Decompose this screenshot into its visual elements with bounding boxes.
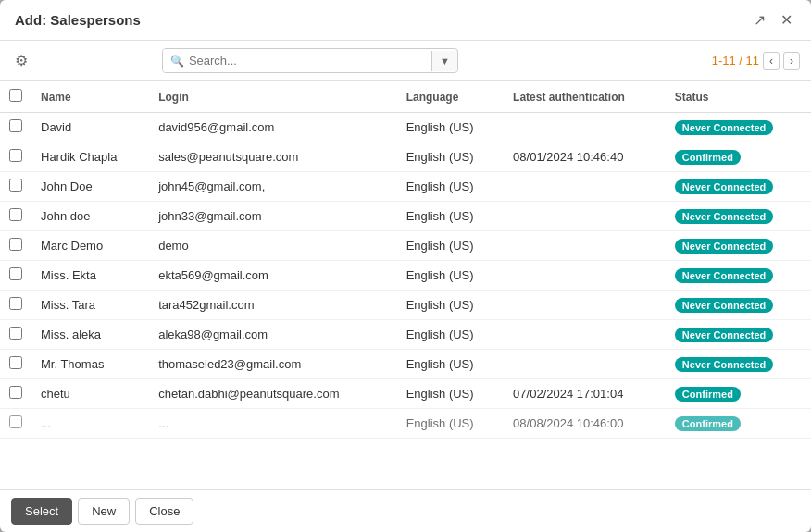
modal-footer: Select New Close: [0, 489, 811, 532]
pagination: 1-11 / 11 ‹ ›: [712, 52, 800, 70]
table-row: John doe john33@gmail.com English (US) N…: [0, 202, 811, 231]
row-latest-auth: [504, 320, 666, 350]
row-latest-auth: [504, 172, 666, 202]
close-footer-button[interactable]: Close: [135, 498, 193, 525]
row-checkbox[interactable]: [9, 386, 22, 399]
row-checkbox[interactable]: [9, 208, 22, 221]
row-status: Never Connected: [666, 172, 811, 202]
row-login: tara452gmail.com: [149, 291, 396, 320]
row-latest-auth: [504, 231, 666, 261]
row-login: aleka98@gmail.com: [149, 320, 396, 350]
row-latest-auth: [504, 350, 666, 379]
row-language: English (US): [397, 261, 504, 291]
row-checkbox[interactable]: [9, 415, 22, 428]
row-login: david956@gmail.com: [149, 113, 396, 142]
header-language: Language: [397, 81, 504, 113]
pagination-info: 1-11 / 11: [712, 54, 759, 68]
pagination-prev-button[interactable]: ‹: [763, 52, 780, 70]
row-status: Never Connected: [666, 261, 811, 291]
header-latest-auth: Latest authentication: [504, 81, 666, 113]
table-row: Miss. Ekta ekta569@gmail.com English (US…: [0, 261, 811, 291]
row-status: Never Connected: [666, 291, 811, 320]
row-name: chetu: [31, 379, 149, 409]
header-checkbox-cell: [0, 81, 31, 113]
row-checkbox[interactable]: [9, 327, 22, 340]
row-latest-auth: [504, 291, 666, 320]
status-badge: Never Connected: [675, 239, 773, 254]
row-checkbox[interactable]: [9, 179, 22, 192]
table-row: Miss. Tara tara452gmail.com English (US)…: [0, 291, 811, 320]
row-checkbox-cell: [0, 409, 31, 439]
row-checkbox[interactable]: [9, 119, 22, 132]
row-checkbox-cell: [0, 261, 31, 291]
row-name: Miss. aleka: [31, 320, 149, 350]
row-checkbox-cell: [0, 202, 31, 231]
table-row: chetu chetan.dabhi@peanutsquare.com Engl…: [0, 379, 811, 409]
row-name: David: [31, 113, 149, 142]
close-button[interactable]: ✕: [777, 9, 796, 31]
row-language: English (US): [397, 409, 504, 439]
row-name: ...: [31, 409, 149, 439]
table-row: David david956@gmail.com English (US) Ne…: [0, 113, 811, 142]
search-dropdown-button[interactable]: ▼: [431, 51, 457, 71]
chevron-down-icon: ▼: [440, 56, 450, 67]
row-checkbox[interactable]: [9, 149, 22, 162]
row-checkbox-cell: [0, 320, 31, 350]
new-button[interactable]: New: [78, 498, 130, 525]
row-checkbox[interactable]: [9, 238, 22, 251]
row-language: English (US): [397, 142, 504, 172]
row-latest-auth: 08/01/2024 10:46:40: [504, 142, 666, 172]
search-icon: 🔍: [170, 55, 184, 68]
row-language: English (US): [397, 379, 504, 409]
status-badge: Never Connected: [675, 268, 773, 283]
table-row: Mr. Thomas thomaseled23@gmail.com Englis…: [0, 350, 811, 379]
row-name: Marc Demo: [31, 231, 149, 261]
table-header-row: Name Login Language Latest authenticatio…: [0, 81, 811, 113]
table-row: Marc Demo demo English (US) Never Connec…: [0, 231, 811, 261]
row-checkbox-cell: [0, 142, 31, 172]
row-checkbox[interactable]: [9, 297, 22, 310]
table-row: Miss. aleka aleka98@gmail.com English (U…: [0, 320, 811, 350]
search-container: 🔍 ▼: [162, 48, 458, 73]
row-latest-auth: [504, 261, 666, 291]
row-status: Never Connected: [666, 350, 811, 379]
select-all-checkbox[interactable]: [9, 89, 22, 102]
row-login: john45@gmail.com,: [149, 172, 396, 202]
row-status: Confirmed: [666, 409, 811, 439]
status-badge: Confirmed: [675, 387, 741, 402]
row-status: Never Connected: [666, 231, 811, 261]
row-language: English (US): [397, 172, 504, 202]
expand-button[interactable]: ↗: [750, 9, 769, 31]
table-row: Hardik Chapla sales@peanutsquare.com Eng…: [0, 142, 811, 172]
select-button[interactable]: Select: [11, 498, 72, 525]
row-checkbox[interactable]: [9, 267, 22, 280]
status-badge: Never Connected: [675, 120, 773, 135]
row-status: Never Connected: [666, 320, 811, 350]
toolbar: ⚙ 🔍 ▼ 1-11 / 11 ‹ ›: [0, 41, 811, 81]
row-login: ekta569@gmail.com: [149, 261, 396, 291]
row-login: chetan.dabhi@peanutsquare.com: [149, 379, 396, 409]
row-latest-auth: [504, 113, 666, 142]
row-checkbox-cell: [0, 291, 31, 320]
row-checkbox[interactable]: [9, 356, 22, 369]
row-status: Never Connected: [666, 202, 811, 231]
row-name: John Doe: [31, 172, 149, 202]
row-language: English (US): [397, 320, 504, 350]
row-checkbox-cell: [0, 379, 31, 409]
row-checkbox-cell: [0, 172, 31, 202]
row-login: thomaseled23@gmail.com: [149, 350, 396, 379]
row-status: Confirmed: [666, 142, 811, 172]
row-latest-auth: 07/02/2024 17:01:04: [504, 379, 666, 409]
table-body: David david956@gmail.com English (US) Ne…: [0, 113, 811, 439]
search-input[interactable]: [163, 49, 431, 72]
row-checkbox-cell: [0, 231, 31, 261]
row-language: English (US): [397, 231, 504, 261]
row-status: Never Connected: [666, 113, 811, 142]
row-language: English (US): [397, 202, 504, 231]
pagination-next-button[interactable]: ›: [783, 52, 800, 70]
row-language: English (US): [397, 113, 504, 142]
gear-button[interactable]: ⚙: [11, 48, 31, 73]
modal-header: Add: Salespersons ↗ ✕: [0, 0, 811, 41]
row-name: Miss. Ekta: [31, 261, 149, 291]
table-row: ... ... English (US) 08/08/2024 10:46:00…: [0, 409, 811, 439]
